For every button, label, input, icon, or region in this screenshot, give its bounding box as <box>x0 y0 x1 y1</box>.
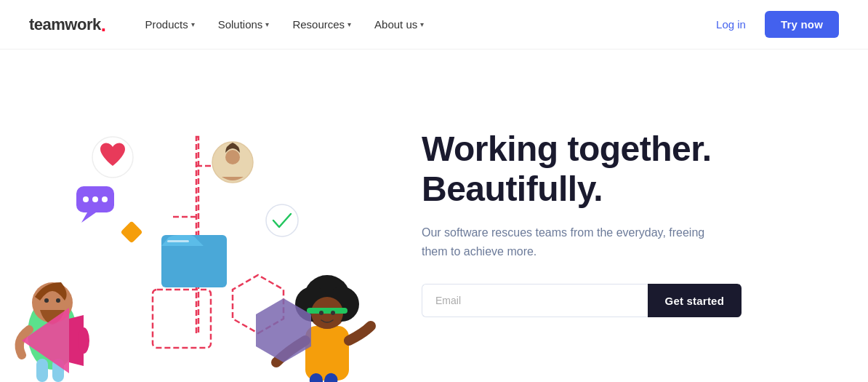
chevron-down-icon: ▾ <box>265 20 269 28</box>
svg-marker-7 <box>81 212 96 223</box>
nav-item-about-us[interactable]: About us ▾ <box>364 12 434 36</box>
svg-point-13 <box>225 150 240 164</box>
nav-label-resources: Resources <box>292 18 345 31</box>
hero-subtitle: Our software rescues teams from the ever… <box>422 223 712 260</box>
nav-links: Products ▾ Solutions ▾ Resources ▾ About… <box>134 12 706 36</box>
svg-rect-16 <box>167 240 189 242</box>
try-now-button[interactable]: Try now <box>765 11 839 38</box>
login-button[interactable]: Log in <box>706 12 756 36</box>
hero-section: Working together. Beautifully. Our softw… <box>0 49 868 382</box>
hero-heading: Working together. Beautifully. <box>422 129 839 209</box>
get-started-button[interactable]: Get started <box>648 284 742 317</box>
svg-point-35 <box>319 311 324 315</box>
logo-dot: . <box>101 15 106 34</box>
chevron-down-icon: ▾ <box>191 20 195 28</box>
svg-rect-34 <box>307 308 347 314</box>
nav-label-about-us: About us <box>374 18 417 31</box>
hero-illustration <box>0 49 393 382</box>
svg-rect-3 <box>153 290 211 348</box>
svg-rect-18 <box>36 359 48 382</box>
nav-actions: Log in Try now <box>706 11 839 38</box>
email-input[interactable] <box>422 284 648 317</box>
nav-item-products[interactable]: Products ▾ <box>134 12 204 36</box>
hero-heading-line1: Working together. <box>422 130 712 168</box>
navbar: teamwork. Products ▾ Solutions ▾ Resourc… <box>0 0 868 49</box>
svg-point-22 <box>56 298 60 303</box>
svg-point-8 <box>83 196 89 202</box>
svg-rect-11 <box>120 220 142 243</box>
nav-label-products: Products <box>145 18 188 31</box>
nav-item-resources[interactable]: Resources ▾ <box>282 12 361 36</box>
chevron-down-icon: ▾ <box>347 20 351 28</box>
nav-item-solutions[interactable]: Solutions ▾ <box>208 12 280 36</box>
logo-text: teamwork <box>29 15 101 34</box>
hero-content: Working together. Beautifully. Our softw… <box>393 114 839 318</box>
nav-label-solutions: Solutions <box>218 18 263 31</box>
svg-point-21 <box>44 298 49 303</box>
svg-rect-26 <box>305 326 349 381</box>
svg-point-36 <box>331 311 335 315</box>
logo[interactable]: teamwork. <box>29 15 105 34</box>
svg-point-25 <box>78 327 89 354</box>
svg-point-14 <box>266 204 298 236</box>
hero-heading-line2: Beautifully. <box>422 170 603 208</box>
email-form: Get started <box>422 284 742 317</box>
svg-point-9 <box>92 196 98 202</box>
svg-point-10 <box>102 196 108 202</box>
chevron-down-icon: ▾ <box>420 20 424 28</box>
